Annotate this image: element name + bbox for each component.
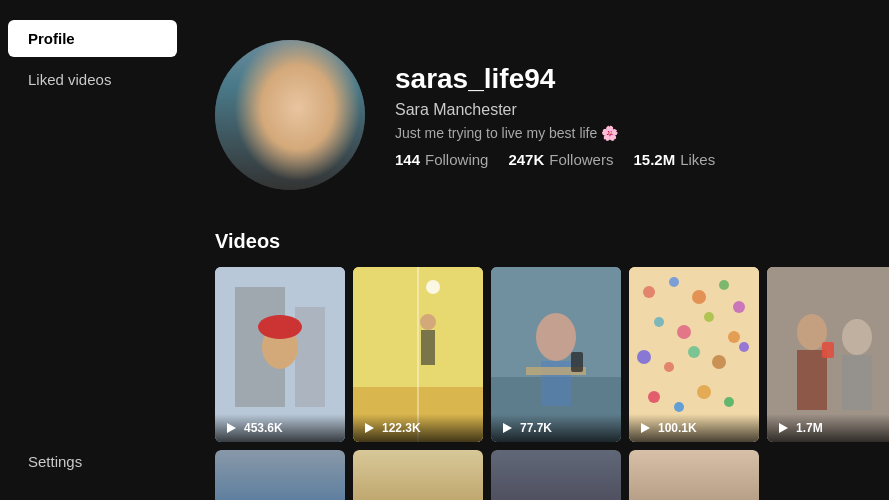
following-label: Following	[425, 151, 488, 168]
profile-info: saras_life94 Sara Manchester Just me try…	[395, 63, 715, 168]
svg-point-30	[712, 355, 726, 369]
sidebar-item-settings[interactable]: Settings	[8, 443, 177, 480]
view-count-3: 77.7K	[520, 421, 552, 435]
svg-point-27	[637, 350, 651, 364]
video-overlay-3: 77.7K	[491, 414, 621, 442]
likes-value: 15.2M	[633, 151, 675, 168]
sidebar-item-label: Profile	[28, 30, 75, 47]
video-card-3[interactable]: 77.7K	[491, 267, 621, 442]
videos-section: Videos 453.6K	[215, 230, 859, 500]
play-icon-2	[361, 420, 377, 436]
svg-point-22	[733, 301, 745, 313]
video-overlay-4: 100.1K	[629, 414, 759, 442]
video-overlay-2: 122.3K	[353, 414, 483, 442]
view-count-1: 453.6K	[244, 421, 283, 435]
svg-point-24	[677, 325, 691, 339]
video-card-5[interactable]: 1.7M	[767, 267, 889, 442]
svg-point-8	[420, 314, 436, 330]
followers-label: Followers	[549, 151, 613, 168]
svg-rect-39	[797, 350, 827, 410]
view-count-5: 1.7M	[796, 421, 823, 435]
video-grid: 453.6K 122.3K	[215, 267, 859, 442]
svg-point-25	[704, 312, 714, 322]
play-icon-1	[223, 420, 239, 436]
sidebar-item-profile[interactable]: Profile	[8, 20, 177, 57]
video-overlay-1: 453.6K	[215, 414, 345, 442]
view-count-4: 100.1K	[658, 421, 697, 435]
video-card-4[interactable]: 100.1K	[629, 267, 759, 442]
svg-point-18	[643, 286, 655, 298]
svg-rect-41	[842, 355, 872, 410]
bio: Just me trying to live my best life 🌸	[395, 125, 715, 141]
video-card-partial-3[interactable]	[491, 450, 621, 500]
followers-value: 247K	[508, 151, 544, 168]
video-card-partial-1[interactable]	[215, 450, 345, 500]
svg-point-33	[674, 402, 684, 412]
sidebar-item-label: Liked videos	[28, 71, 111, 88]
svg-point-19	[669, 277, 679, 287]
svg-point-13	[536, 313, 576, 361]
stat-likes: 15.2M Likes	[633, 151, 715, 168]
display-name: Sara Manchester	[395, 101, 715, 119]
username: saras_life94	[395, 63, 715, 95]
avatar	[215, 40, 365, 190]
stats: 144 Following 247K Followers 15.2M Likes	[395, 151, 715, 168]
videos-title: Videos	[215, 230, 859, 253]
svg-point-26	[728, 331, 740, 343]
stat-followers: 247K Followers	[508, 151, 613, 168]
svg-point-21	[719, 280, 729, 290]
svg-point-29	[688, 346, 700, 358]
video-card-partial-4[interactable]	[629, 450, 759, 500]
svg-point-35	[724, 397, 734, 407]
svg-point-40	[842, 319, 872, 355]
sidebar-item-label: Settings	[28, 453, 82, 470]
svg-rect-9	[421, 330, 435, 365]
svg-point-34	[697, 385, 711, 399]
profile-header: saras_life94 Sara Manchester Just me try…	[215, 40, 859, 190]
view-count-2: 122.3K	[382, 421, 421, 435]
svg-rect-42	[822, 342, 834, 358]
video-grid-row-2	[215, 450, 859, 500]
play-icon-4	[637, 420, 653, 436]
stat-following: 144 Following	[395, 151, 488, 168]
following-value: 144	[395, 151, 420, 168]
video-card-partial-2[interactable]	[353, 450, 483, 500]
sidebar-item-liked-videos[interactable]: Liked videos	[8, 61, 177, 98]
likes-label: Likes	[680, 151, 715, 168]
svg-point-31	[739, 342, 749, 352]
svg-point-4	[258, 315, 302, 339]
video-overlay-5: 1.7M	[767, 414, 889, 442]
svg-point-32	[648, 391, 660, 403]
main-content: saras_life94 Sara Manchester Just me try…	[185, 0, 889, 500]
play-icon-3	[499, 420, 515, 436]
svg-rect-16	[571, 352, 583, 372]
svg-point-10	[426, 280, 440, 294]
sidebar: Profile Liked videos Settings	[0, 0, 185, 500]
play-icon-5	[775, 420, 791, 436]
svg-point-28	[664, 362, 674, 372]
video-card-2[interactable]: 122.3K	[353, 267, 483, 442]
svg-point-23	[654, 317, 664, 327]
video-card-1[interactable]: 453.6K	[215, 267, 345, 442]
svg-point-20	[692, 290, 706, 304]
